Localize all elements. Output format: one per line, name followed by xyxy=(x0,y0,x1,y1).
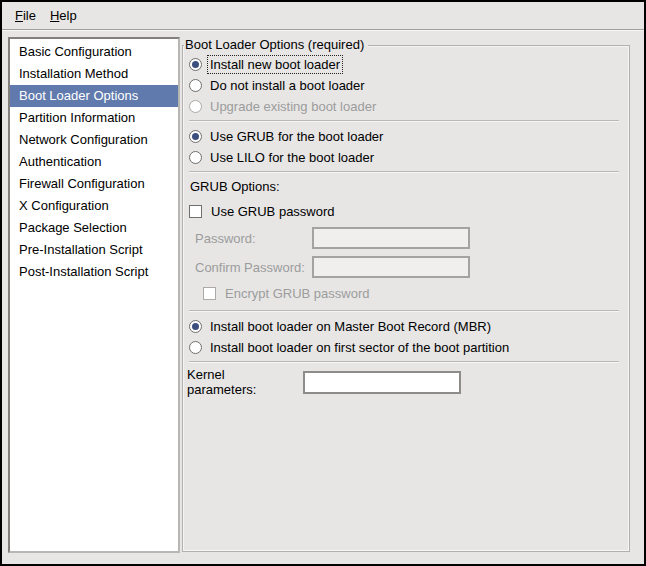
confirm-password-label: Confirm Password: xyxy=(195,260,312,275)
checkbox-icon xyxy=(203,287,216,300)
sidebar-item-post-installation-script[interactable]: Post-Installation Script xyxy=(10,261,178,283)
sidebar-item-partition-information[interactable]: Partition Information xyxy=(10,107,178,129)
menu-help[interactable]: Help xyxy=(43,5,84,26)
separator xyxy=(189,310,619,312)
radio-do-not-install-boot-loader[interactable]: Do not install a boot loader xyxy=(187,75,621,96)
confirm-password-input xyxy=(312,256,470,278)
radio-label: Install new boot loader xyxy=(208,56,342,73)
kernel-parameters-row: Kernel parameters: xyxy=(187,367,621,397)
confirm-password-row: Confirm Password: xyxy=(187,256,621,278)
sidebar-item-authentication[interactable]: Authentication xyxy=(10,151,178,173)
radio-icon xyxy=(189,100,202,113)
separator xyxy=(189,171,619,173)
password-label: Password: xyxy=(195,231,312,246)
kernel-parameters-label: Kernel parameters: xyxy=(187,367,295,397)
sidebar-item-firewall-configuration[interactable]: Firewall Configuration xyxy=(10,173,178,195)
sidebar-item-pre-installation-script[interactable]: Pre-Installation Script xyxy=(10,239,178,261)
group-title: Boot Loader Options (required) xyxy=(184,37,368,52)
radio-install-new-boot-loader[interactable]: Install new boot loader xyxy=(187,54,621,75)
radio-icon xyxy=(189,79,202,92)
menu-help-rest: elp xyxy=(59,8,76,23)
separator xyxy=(189,120,619,122)
checkbox-icon xyxy=(189,205,202,218)
sidebar-item-network-configuration[interactable]: Network Configuration xyxy=(10,129,178,151)
radio-label: Install boot loader on Master Boot Recor… xyxy=(208,318,493,335)
password-row: Password: xyxy=(187,227,621,249)
radio-label: Install boot loader on first sector of t… xyxy=(208,339,511,356)
grub-options-heading: GRUB Options: xyxy=(187,177,621,197)
radio-install-on-mbr[interactable]: Install boot loader on Master Boot Recor… xyxy=(187,316,621,337)
radio-icon xyxy=(189,58,202,71)
menu-help-accel: H xyxy=(50,8,59,23)
kernel-parameters-input[interactable] xyxy=(303,371,461,394)
kickstart-configurator-window: File Help Basic Configuration Installati… xyxy=(0,0,646,566)
radio-label: Do not install a boot loader xyxy=(208,77,367,94)
radio-use-grub[interactable]: Use GRUB for the boot loader xyxy=(187,126,621,147)
radio-label: Use LILO for the boot loader xyxy=(208,149,376,166)
menu-bar: File Help xyxy=(2,2,644,30)
sidebar-item-basic-configuration[interactable]: Basic Configuration xyxy=(10,41,178,63)
menu-file[interactable]: File xyxy=(8,5,43,26)
menu-file-rest: ile xyxy=(23,8,36,23)
radio-label: Upgrade existing boot loader xyxy=(208,98,378,115)
radio-icon xyxy=(189,130,202,143)
sidebar-item-installation-method[interactable]: Installation Method xyxy=(10,63,178,85)
radio-install-on-first-sector[interactable]: Install boot loader on first sector of t… xyxy=(187,337,621,358)
menu-file-accel: F xyxy=(15,8,23,23)
radio-use-lilo[interactable]: Use LILO for the boot loader xyxy=(187,147,621,168)
section-list: Basic Configuration Installation Method … xyxy=(8,37,180,553)
checkbox-encrypt-grub-password: Encrypt GRUB password xyxy=(187,283,621,303)
radio-upgrade-existing-boot-loader: Upgrade existing boot loader xyxy=(187,96,621,117)
checkbox-use-grub-password[interactable]: Use GRUB password xyxy=(187,201,621,221)
separator xyxy=(189,361,619,363)
sidebar-item-x-configuration[interactable]: X Configuration xyxy=(10,195,178,217)
checkbox-label: Use GRUB password xyxy=(209,203,337,220)
sidebar-item-boot-loader-options[interactable]: Boot Loader Options xyxy=(10,85,178,107)
radio-label: Use GRUB for the boot loader xyxy=(208,128,385,145)
boot-loader-options-group: Boot Loader Options (required) Install n… xyxy=(182,45,630,552)
radio-icon xyxy=(189,341,202,354)
password-input xyxy=(312,227,470,249)
sidebar-item-package-selection[interactable]: Package Selection xyxy=(10,217,178,239)
radio-icon xyxy=(189,151,202,164)
checkbox-label: Encrypt GRUB password xyxy=(223,285,372,302)
radio-icon xyxy=(189,320,202,333)
